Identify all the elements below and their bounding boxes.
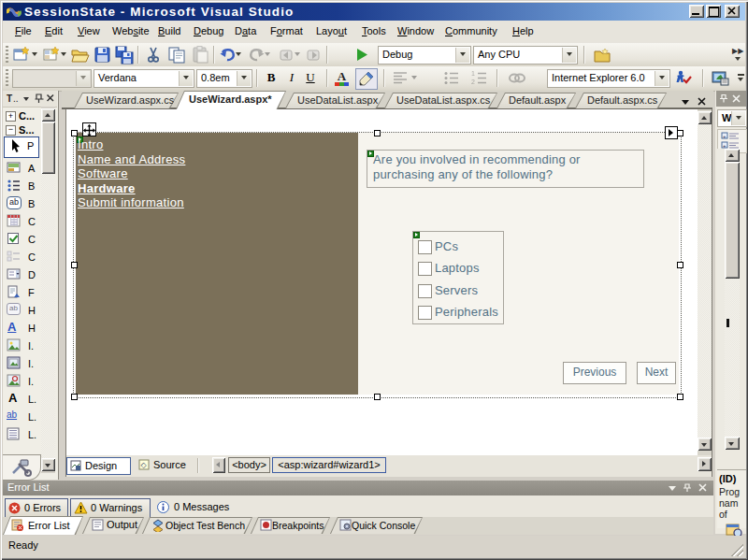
svg-text:1: 1 [471, 70, 475, 77]
svg-text:+: + [723, 134, 726, 139]
svg-text:+: + [723, 143, 726, 149]
svg-text:2: 2 [471, 79, 475, 85]
svg-text:◇: ◇ [141, 461, 148, 469]
